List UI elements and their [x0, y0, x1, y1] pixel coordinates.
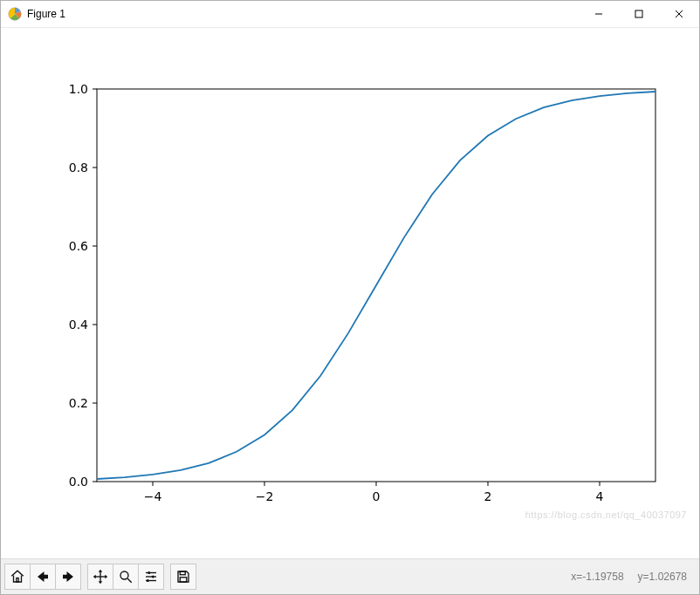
svg-text:0.6: 0.6 — [69, 239, 88, 253]
window-title: Figure 1 — [27, 8, 65, 20]
svg-point-36 — [152, 576, 154, 578]
svg-text:0.4: 0.4 — [69, 318, 88, 332]
svg-text:4: 4 — [596, 489, 604, 503]
plot-canvas: −4−20240.00.20.40.60.81.0 — [1, 28, 699, 558]
svg-point-31 — [120, 571, 128, 579]
svg-point-38 — [147, 579, 149, 582]
svg-rect-2 — [635, 10, 642, 17]
close-button[interactable] — [659, 1, 699, 27]
svg-rect-39 — [180, 571, 185, 575]
plot-area[interactable]: −4−20240.00.20.40.60.81.0 https://blog.c… — [1, 28, 699, 558]
cursor-status: x=-1.19758 y=1.02678 — [571, 571, 687, 583]
forward-button[interactable] — [55, 564, 81, 590]
pan-button[interactable] — [87, 564, 113, 590]
figure-window: Figure 1 −4−20240.00.20.40.60.81.0 https… — [0, 0, 700, 595]
titlebar: Figure 1 — [1, 1, 699, 28]
nav-toolbar: x=-1.19758 y=1.02678 — [1, 558, 699, 594]
save-button[interactable] — [170, 564, 196, 590]
cursor-x: x=-1.19758 — [571, 571, 623, 583]
svg-rect-28 — [17, 578, 18, 583]
svg-text:0.0: 0.0 — [69, 475, 88, 489]
svg-text:−2: −2 — [256, 489, 274, 503]
svg-text:−4: −4 — [144, 489, 162, 503]
svg-text:0: 0 — [373, 489, 381, 503]
configure-button[interactable] — [138, 564, 164, 590]
zoom-button[interactable] — [113, 564, 139, 590]
svg-text:2: 2 — [484, 489, 492, 503]
back-button[interactable] — [30, 564, 56, 590]
svg-text:0.2: 0.2 — [69, 396, 88, 410]
svg-point-34 — [148, 571, 150, 574]
svg-line-32 — [127, 578, 132, 583]
home-button[interactable] — [4, 564, 31, 590]
svg-rect-40 — [180, 578, 187, 582]
svg-text:1.0: 1.0 — [69, 82, 88, 96]
maximize-button[interactable] — [619, 1, 659, 27]
svg-text:0.8: 0.8 — [69, 161, 88, 174]
minimize-button[interactable] — [579, 1, 619, 27]
matplotlib-icon — [8, 7, 22, 21]
cursor-y: y=1.02678 — [638, 571, 687, 583]
